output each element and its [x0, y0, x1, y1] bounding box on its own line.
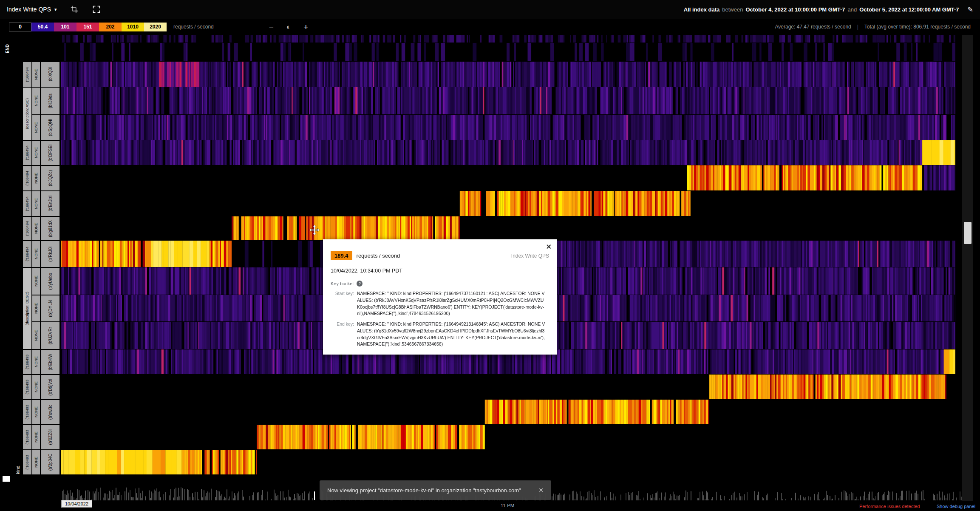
row-ancestor-label: NONE [32, 375, 40, 399]
row-ancestor-label: NONE [32, 450, 40, 474]
row-key-label-text: (b'RkJ0l [48, 247, 53, 262]
row-ancestor-label: NONE [32, 295, 40, 321]
timeline-hour-label: 11 PM [501, 503, 514, 508]
toast-close-icon[interactable]: ✕ [535, 483, 547, 497]
row-key-label: (b'D9jVzl [41, 375, 59, 399]
legend-stop: 151 [76, 23, 99, 31]
row-key-label-text: (b'g81dX [48, 220, 53, 237]
row-key-label-text: (b'D9jVzl [48, 379, 53, 396]
row-ancestor-label: NONE [32, 87, 40, 114]
row-key-label-text: (b'l39ds [48, 94, 53, 108]
row-key-label: (b'0ZZ8l [41, 425, 59, 449]
row-group-label-text: (description: ASC) [25, 98, 29, 129]
total-value: Total (avg over time): 806.91 requests /… [864, 24, 971, 30]
row-ancestor-label: NONE [32, 322, 40, 349]
row-group-label: ('166493 [23, 400, 31, 424]
gutter-group-column: ('166494(description: ASC)('166494('1664… [23, 35, 31, 483]
time-range-summary: All index data between October 4, 2022 a… [684, 6, 973, 14]
row-key-label-text: (b'EbKW [48, 354, 53, 370]
tooltip-timestamp: 10/04/2022, 10:34:00 PM PDT [331, 268, 549, 274]
row-ancestor-label-text: NONE [34, 147, 38, 158]
time-range-and: and [848, 6, 857, 13]
row-ancestor-label: NONE [32, 191, 40, 216]
zoom-out-button[interactable]: − [269, 23, 274, 31]
row-key-label-text: (b'SpQNl [48, 119, 53, 136]
row-ancestor-label-text: NONE [34, 198, 38, 209]
start-key-label: Start key: [331, 290, 357, 317]
row-ancestor-label: NONE [32, 349, 40, 374]
kind-group-label: kind [15, 466, 20, 474]
row-group-label-text: ('166493 [25, 380, 29, 395]
vertical-scrollbar[interactable] [962, 26, 973, 501]
row-key-label: (b'XQ3l [41, 62, 59, 87]
row-key-label-text: (b'owBc [48, 405, 53, 420]
row-ancestor-label: NONE [32, 425, 40, 449]
row-ancestor-label-text: NONE [34, 303, 38, 314]
row-key-label: (b'RkJ0l [41, 241, 59, 267]
row-ancestor-label-text: NONE [34, 406, 38, 417]
scrollbar-thumb[interactable] [964, 222, 972, 244]
row-ancestor-label-text: NONE [34, 457, 38, 468]
row-group-label: ('166494 [23, 62, 31, 87]
legend-stop: 101 [54, 23, 76, 31]
row-group-label-text: ('166494 [25, 145, 29, 160]
legend-stop: 50.4 [31, 23, 54, 31]
row-ancestor-label: NONE [32, 62, 40, 87]
time-range-between: between [722, 6, 743, 13]
chevron-down-icon: ▾ [54, 7, 57, 12]
row-group-label: ('166494 [23, 140, 31, 165]
row-group-label-text: ('166494 [25, 196, 29, 211]
legend-unit-label: requests / second [173, 24, 214, 30]
zoom-in-button[interactable]: + [303, 23, 308, 31]
row-key-label: (b'l39ds [41, 87, 59, 114]
row-group-label: ('166493 [23, 349, 31, 374]
row-group-label-text: ('166493 [25, 355, 29, 369]
crop-button[interactable] [70, 5, 79, 14]
row-ancestor-label-text: NONE [34, 223, 38, 234]
top-toolbar: Index Write QPS ▾ All index data between… [0, 0, 980, 19]
tooltip-close-icon[interactable]: ✕ [546, 243, 552, 251]
fullscreen-icon [92, 5, 101, 14]
row-ancestor-label-text: NONE [34, 95, 38, 106]
row-ancestor-label-text: NONE [34, 381, 38, 392]
project-toast: Now viewing project "datastore-mode-kv-n… [320, 480, 551, 500]
row-group-label-text: ('166493 [25, 455, 29, 470]
legend-stop: 2020 [144, 23, 167, 31]
contrast-icon[interactable]: ◐ [286, 23, 291, 31]
bottom-bar [0, 500, 980, 511]
row-group-label-text: ('166494 [25, 221, 29, 236]
time-range-start: October 4, 2022 at 10:00:00 PM GMT-7 [745, 6, 845, 13]
crop-icon [71, 6, 78, 13]
performance-issues-link[interactable]: Performance issues detected [859, 504, 920, 509]
timeline-playhead[interactable] [314, 491, 315, 500]
row-ancestor-label-text: NONE [34, 432, 38, 443]
row-key-label-text: (b'yUebo [48, 273, 53, 290]
row-group-label-text: ('166494 [25, 247, 29, 261]
row-group-label-text: ('166493 [25, 430, 29, 445]
legend-divider: | [857, 24, 858, 30]
row-group-label: ('166494 [23, 165, 31, 190]
metric-selector[interactable]: Index Write QPS ▾ [7, 6, 57, 13]
start-key-value: NAMESPACE: '' KIND: kind PROPERTIES: ('1… [357, 290, 547, 317]
row-key-label: (b'UZVRr [41, 322, 59, 349]
row-group-label: ('166493 [23, 375, 31, 399]
row-key-label: (b'JQZc) [41, 165, 59, 190]
row-key-label: (b'yUebo [41, 267, 59, 295]
row-key-label: (b'owBc [41, 400, 59, 424]
row-key-label: (b'DFSEl [41, 140, 59, 165]
row-group-label: ('166494 [23, 216, 31, 240]
fullscreen-button[interactable] [92, 5, 101, 14]
average-value: Average: 47.47 requests / second [775, 24, 851, 30]
end-key-value: NAMESPACE: '' KIND: kind PROPERTIES: ('1… [357, 321, 547, 348]
row-key-label: (b'g81dX [41, 216, 59, 240]
edit-time-range-icon[interactable]: ✎ [968, 6, 973, 14]
time-range-end: October 5, 2022 at 12:00:00 AM GMT-7 [859, 6, 959, 13]
row-ancestor-label-text: NONE [34, 122, 38, 133]
row-ancestor-label-text: NONE [34, 275, 38, 287]
help-icon[interactable]: ? [357, 281, 363, 287]
show-debug-panel-link[interactable]: Show debug panel [937, 504, 975, 509]
move-cursor-icon [309, 225, 320, 235]
row-key-label-text: (b'XQ3l [48, 67, 53, 81]
row-key-label-text: (b'0ZZ8l [48, 429, 53, 445]
tooltip-metric: Index Write QPS [511, 253, 549, 259]
